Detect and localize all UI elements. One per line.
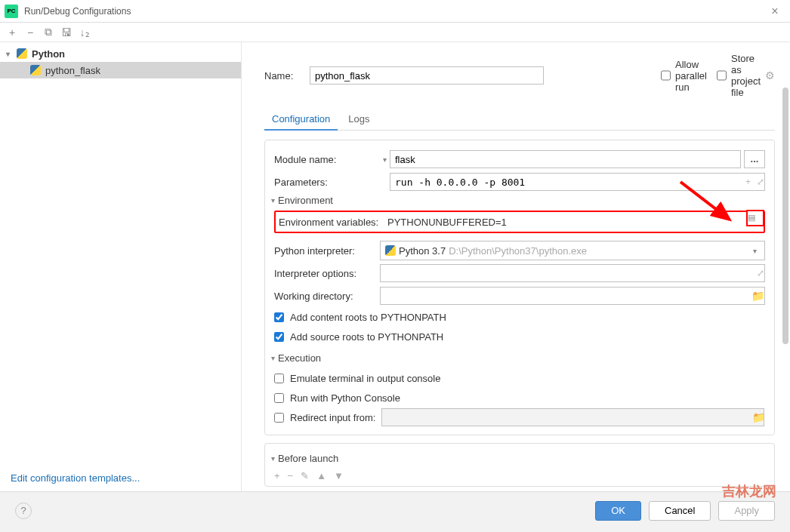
down-icon: ▼ xyxy=(334,470,344,481)
env-vars-label: Environment variables: xyxy=(279,217,384,228)
tab-logs[interactable]: Logs xyxy=(341,109,377,130)
tree-group-python[interactable]: ▾ Python xyxy=(0,45,241,62)
add-content-roots-checkbox[interactable]: Add content roots to PYTHONPATH xyxy=(274,307,765,327)
run-python-console-checkbox[interactable]: Run with Python Console xyxy=(274,388,765,407)
up-icon: ▲ xyxy=(316,470,326,481)
add-icon[interactable]: + xyxy=(274,470,280,481)
copy-icon[interactable]: ⧉ xyxy=(42,26,54,38)
workdir-input[interactable] xyxy=(380,287,765,305)
config-form: Name: Allow parallel run Store as projec… xyxy=(242,42,790,491)
workdir-label: Working directory: xyxy=(274,291,380,302)
python-icon xyxy=(385,245,396,256)
environment-section-header[interactable]: ▾ Environment xyxy=(271,195,765,206)
interpreter-label: Python interpreter: xyxy=(274,245,380,257)
python-icon xyxy=(30,65,41,75)
pycharm-logo-icon: PC xyxy=(5,5,18,18)
add-icon[interactable]: + xyxy=(6,26,18,38)
expand-icon[interactable]: ⤢ xyxy=(757,268,764,278)
execution-section-header[interactable]: ▾ Execution xyxy=(271,352,765,364)
expand-icon[interactable]: ⤢ xyxy=(757,177,764,187)
browse-button[interactable]: ... xyxy=(744,150,765,168)
chevron-down-icon[interactable]: ▾ xyxy=(380,155,390,164)
sort-icon[interactable]: ↓₂ xyxy=(79,26,91,38)
config-toolbar: + − ⧉ 🖫 ↓₂ xyxy=(0,23,790,42)
remove-icon[interactable]: − xyxy=(24,26,36,38)
module-name-input[interactable] xyxy=(390,150,741,168)
edit-templates-link[interactable]: Edit configuration templates... xyxy=(0,465,241,491)
redirect-input-field xyxy=(381,408,764,426)
remove-icon: − xyxy=(288,470,294,481)
chevron-down-icon: ▾ xyxy=(271,454,275,463)
edit-icon: ✎ xyxy=(301,470,309,481)
env-vars-value[interactable]: PYTHONUNBUFFERED=1 xyxy=(384,217,761,228)
tab-configuration[interactable]: Configuration xyxy=(264,109,338,131)
module-name-label: Module name: xyxy=(274,154,380,165)
interp-options-label: Interpreter options: xyxy=(274,268,380,279)
list-icon: ▤ xyxy=(748,213,755,222)
folder-icon[interactable]: 📁 xyxy=(751,290,764,302)
interpreter-select[interactable]: Python 3.7 D:\Python\Python37\python.exe… xyxy=(380,241,765,260)
allow-parallel-checkbox[interactable]: Allow parallel run xyxy=(661,59,706,93)
tree-group-label: Python xyxy=(32,48,65,60)
chevron-down-icon: ▾ xyxy=(271,196,275,204)
parameters-label: Parameters: xyxy=(274,177,380,188)
name-label: Name: xyxy=(264,70,310,81)
parameters-input[interactable] xyxy=(390,173,765,191)
add-small-icon[interactable]: + xyxy=(745,177,751,187)
titlebar: PC Run/Debug Configurations × xyxy=(0,0,790,23)
folder-icon[interactable]: 📁 xyxy=(752,411,765,423)
tree-item-python-flask[interactable]: python_flask xyxy=(0,62,241,78)
scroll-thumb[interactable] xyxy=(782,88,788,344)
interp-options-input[interactable] xyxy=(380,264,765,282)
redirect-input-checkbox[interactable]: Redirect input from: 📁 xyxy=(274,407,765,427)
name-input[interactable] xyxy=(310,66,544,85)
config-tree-panel: ▾ Python python_flask Edit configuration… xyxy=(0,42,242,491)
env-vars-list-button[interactable]: ▤ xyxy=(746,210,764,226)
tree-item-label: python_flask xyxy=(45,65,100,76)
dialog-footer: ? OK Cancel Apply xyxy=(0,491,790,529)
save-icon[interactable]: 🖫 xyxy=(60,26,73,38)
apply-button[interactable]: Apply xyxy=(718,501,775,521)
scrollbar[interactable] xyxy=(782,88,788,480)
store-project-checkbox[interactable]: Store as project file xyxy=(717,53,762,98)
gear-icon[interactable]: ⚙ xyxy=(765,69,775,81)
close-icon[interactable]: × xyxy=(760,5,790,18)
chevron-down-icon: ▾ xyxy=(271,354,275,362)
cancel-button[interactable]: Cancel xyxy=(649,501,711,521)
before-launch-header[interactable]: ▾ Before launch xyxy=(271,453,765,464)
python-icon xyxy=(17,48,27,59)
window-title: Run/Debug Configurations xyxy=(24,6,131,17)
ok-button[interactable]: OK xyxy=(595,501,641,521)
chevron-down-icon: ▾ xyxy=(750,247,760,255)
chevron-down-icon: ▾ xyxy=(6,50,17,58)
add-source-roots-checkbox[interactable]: Add source roots to PYTHONPATH xyxy=(274,327,765,346)
help-icon[interactable]: ? xyxy=(15,503,32,519)
emulate-terminal-checkbox[interactable]: Emulate terminal in output console xyxy=(274,368,765,388)
